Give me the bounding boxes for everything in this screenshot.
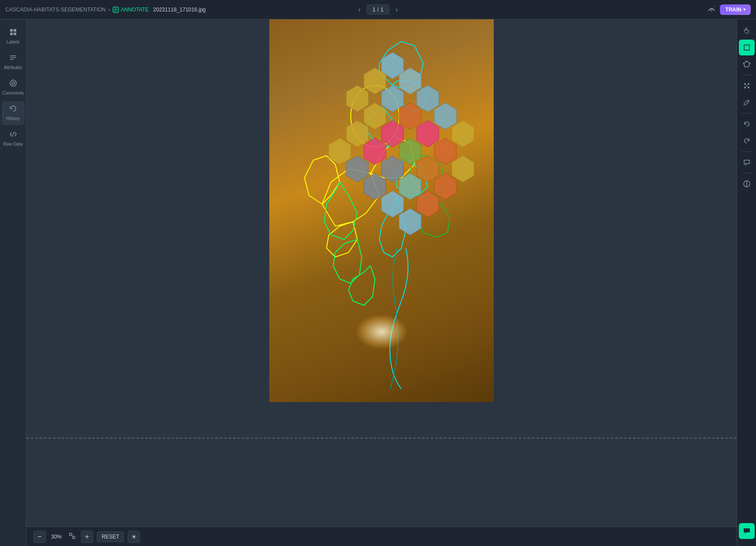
undo-button[interactable] — [739, 116, 755, 132]
annotate-label: ANNOTATE — [121, 7, 149, 13]
svg-point-56 — [746, 85, 747, 87]
svg-marker-20 — [346, 85, 368, 112]
train-chevron-icon: ▾ — [743, 7, 745, 12]
prev-button[interactable]: ‹ — [356, 4, 363, 15]
header-right: TRAIN ▾ — [708, 4, 751, 15]
svg-marker-21 — [382, 85, 404, 112]
attributes-label: Attributes — [4, 65, 22, 70]
main-area: Labels Attributes Comments — [0, 19, 756, 546]
svg-marker-30 — [329, 138, 351, 165]
svg-point-51 — [743, 63, 744, 64]
right-toolbar — [737, 19, 756, 546]
sidebar-item-raw-data[interactable]: Raw Data — [2, 127, 25, 150]
svg-marker-23 — [364, 103, 386, 129]
sidebar-item-history[interactable]: History — [2, 101, 25, 125]
svg-rect-45 — [73, 536, 75, 539]
header-left: CASCADIA-HABITATS-SEGEMENTATION › ANNOTA… — [5, 7, 704, 13]
header: CASCADIA-HABITATS-SEGEMENTATION › ANNOTA… — [0, 0, 756, 19]
svg-rect-48 — [744, 45, 749, 50]
points-tool-button[interactable] — [739, 78, 755, 94]
comments-icon — [9, 79, 17, 89]
zoom-in-button[interactable]: + — [81, 531, 93, 543]
svg-point-52 — [744, 83, 746, 85]
raw-data-icon — [9, 130, 17, 140]
zoom-restore-button[interactable] — [67, 531, 77, 542]
brush-tool-button[interactable] — [739, 95, 755, 110]
svg-line-57 — [747, 101, 749, 102]
labels-label: Labels — [7, 40, 19, 45]
comments-label: Comments — [2, 91, 23, 96]
toolbar-divider-3 — [741, 151, 752, 152]
svg-marker-38 — [364, 173, 386, 200]
svg-marker-22 — [417, 85, 439, 112]
svg-rect-8 — [10, 33, 13, 35]
breadcrumb-annotate: ANNOTATE — [113, 7, 149, 13]
svg-marker-37 — [452, 156, 474, 182]
svg-rect-44 — [70, 533, 72, 535]
zoom-out-button[interactable]: − — [33, 531, 46, 543]
next-button[interactable]: › — [393, 4, 400, 15]
sidebar-item-attributes[interactable]: Attributes — [2, 50, 25, 74]
light-reflection — [355, 314, 408, 349]
theme-icon: ☀ — [131, 533, 137, 540]
comment-tool-button[interactable] — [739, 154, 755, 170]
svg-marker-32 — [399, 138, 421, 165]
svg-point-49 — [746, 61, 747, 62]
svg-point-53 — [748, 83, 749, 85]
svg-marker-39 — [399, 173, 421, 200]
theme-button[interactable]: ☀ — [128, 531, 140, 543]
toolbar-divider-4 — [741, 173, 752, 173]
svg-marker-40 — [434, 173, 456, 200]
attributes-icon — [9, 54, 17, 63]
reset-button[interactable]: RESET — [97, 531, 124, 542]
header-center: ‹ 1 / 1 › — [356, 4, 400, 15]
svg-marker-41 — [382, 191, 404, 217]
redo-button[interactable] — [739, 133, 755, 149]
polygon-tool-button[interactable] — [739, 56, 755, 72]
canvas-wrapper[interactable] — [26, 19, 737, 527]
image-container — [269, 19, 494, 402]
svg-marker-26 — [346, 121, 368, 147]
svg-point-4 — [711, 10, 712, 11]
history-icon — [9, 105, 17, 114]
hand-tool-button[interactable] — [739, 23, 755, 39]
toolbar-divider-2 — [741, 113, 752, 114]
svg-marker-43 — [399, 209, 421, 235]
rectangle-tool-button[interactable] — [739, 40, 755, 55]
svg-marker-35 — [382, 156, 404, 182]
svg-point-55 — [748, 87, 749, 88]
header-filename: 20231118_171016.jpg — [153, 7, 206, 13]
zoom-plus-icon: + — [85, 533, 89, 541]
svg-marker-42 — [417, 191, 439, 217]
svg-marker-31 — [364, 138, 386, 165]
canvas-area[interactable]: − 30% + RESET ☀ — [26, 19, 737, 546]
svg-line-15 — [12, 132, 14, 136]
annotate-icon — [113, 7, 119, 13]
delete-tool-button[interactable] — [739, 176, 755, 192]
dashed-separator — [26, 438, 737, 439]
svg-marker-27 — [382, 121, 404, 147]
train-label: TRAIN — [725, 7, 741, 13]
zoom-value: 30% — [49, 534, 63, 540]
zoom-minus-icon: − — [37, 533, 41, 541]
svg-point-13 — [10, 80, 16, 86]
raw-data-label: Raw Data — [4, 142, 23, 147]
signal-icon — [708, 5, 716, 15]
svg-rect-7 — [14, 29, 16, 32]
svg-marker-33 — [434, 138, 456, 165]
page-indicator: 1 / 1 — [367, 4, 389, 15]
svg-point-50 — [749, 63, 750, 64]
toolbar-divider-1 — [741, 75, 752, 75]
svg-marker-28 — [417, 121, 439, 147]
svg-rect-6 — [10, 29, 13, 32]
left-sidebar: Labels Attributes Comments — [0, 19, 26, 546]
train-button[interactable]: TRAIN ▾ — [720, 4, 751, 15]
breadcrumb-project: CASCADIA-HABITATS-SEGEMENTATION — [5, 7, 106, 13]
reset-label: RESET — [102, 534, 119, 540]
sidebar-item-comments[interactable]: Comments — [2, 76, 25, 99]
svg-point-14 — [12, 82, 15, 84]
svg-line-5 — [715, 6, 715, 6]
svg-marker-36 — [417, 156, 439, 182]
sidebar-item-labels[interactable]: Labels — [2, 25, 25, 48]
chat-fab-button[interactable] — [739, 523, 755, 539]
